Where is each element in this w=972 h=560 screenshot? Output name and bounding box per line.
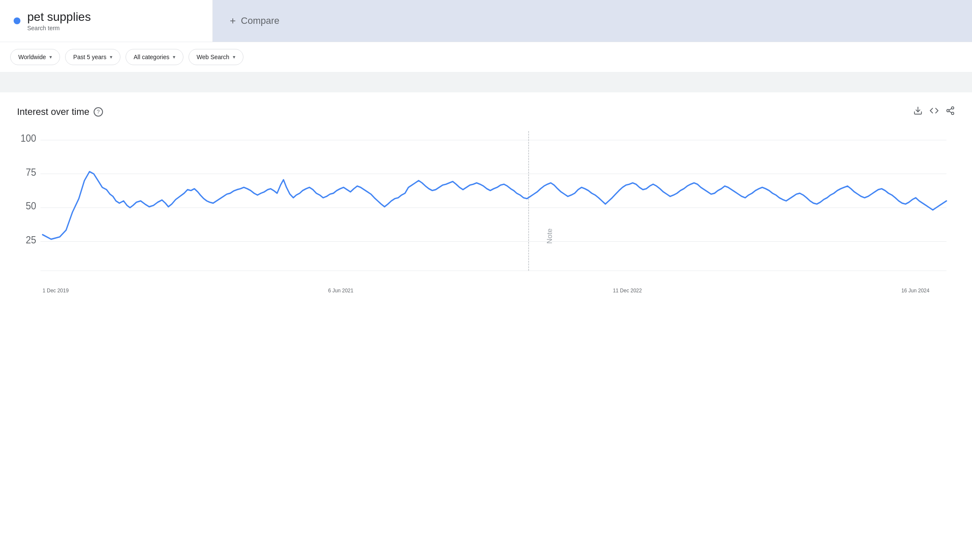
download-icon[interactable] <box>913 106 923 117</box>
filter-location-label: Worldwide <box>18 54 46 60</box>
search-term-dot <box>14 17 20 24</box>
x-label-1: 6 Jun 2021 <box>328 288 353 294</box>
compare-panel[interactable]: + Compare <box>213 0 972 42</box>
interest-actions <box>913 106 955 117</box>
share-icon[interactable] <box>946 106 955 117</box>
chart-container: 100 75 50 25 Note <box>17 131 955 284</box>
chevron-down-icon: ▾ <box>110 54 112 60</box>
filters-section: Worldwide ▾ Past 5 years ▾ All categorie… <box>0 42 972 72</box>
chevron-down-icon: ▾ <box>233 54 235 60</box>
compare-label: Compare <box>241 15 279 26</box>
svg-line-5 <box>949 109 952 110</box>
chevron-down-icon: ▾ <box>49 54 52 60</box>
x-label-2: 11 Dec 2022 <box>613 288 642 294</box>
x-label-0: 1 Dec 2019 <box>43 288 69 294</box>
svg-text:75: 75 <box>26 166 36 178</box>
svg-text:50: 50 <box>26 200 36 212</box>
term-subtitle: Search term <box>27 25 91 31</box>
svg-text:Note: Note <box>546 229 553 244</box>
section-divider <box>0 72 972 92</box>
chart-svg: 100 75 50 25 Note <box>17 131 955 284</box>
filter-search-type[interactable]: Web Search ▾ <box>189 49 243 65</box>
svg-text:25: 25 <box>26 234 36 246</box>
term-title: pet supplies <box>27 10 91 24</box>
term-info: pet supplies Search term <box>27 10 91 31</box>
svg-text:100: 100 <box>20 133 36 144</box>
plus-icon: + <box>230 15 236 27</box>
filter-category[interactable]: All categories ▾ <box>126 49 183 65</box>
x-label-3: 16 Jun 2024 <box>901 288 929 294</box>
filter-location[interactable]: Worldwide ▾ <box>10 49 60 65</box>
filter-time-label: Past 5 years <box>73 54 106 60</box>
filter-time[interactable]: Past 5 years ▾ <box>65 49 120 65</box>
interest-section: Interest over time ? <box>0 92 972 307</box>
filter-search-type-label: Web Search <box>197 54 229 60</box>
search-term-panel: pet supplies Search term <box>0 0 213 42</box>
interest-title: Interest over time <box>17 106 89 117</box>
help-icon[interactable]: ? <box>94 107 103 117</box>
embed-icon[interactable] <box>929 106 939 117</box>
svg-line-4 <box>949 111 952 113</box>
interest-header: Interest over time ? <box>17 106 955 117</box>
filter-category-label: All categories <box>134 54 169 60</box>
x-axis-labels: 1 Dec 2019 6 Jun 2021 11 Dec 2022 16 Jun… <box>17 284 955 294</box>
interest-title-group: Interest over time ? <box>17 106 103 117</box>
header-section: pet supplies Search term + Compare <box>0 0 972 42</box>
chevron-down-icon: ▾ <box>173 54 175 60</box>
